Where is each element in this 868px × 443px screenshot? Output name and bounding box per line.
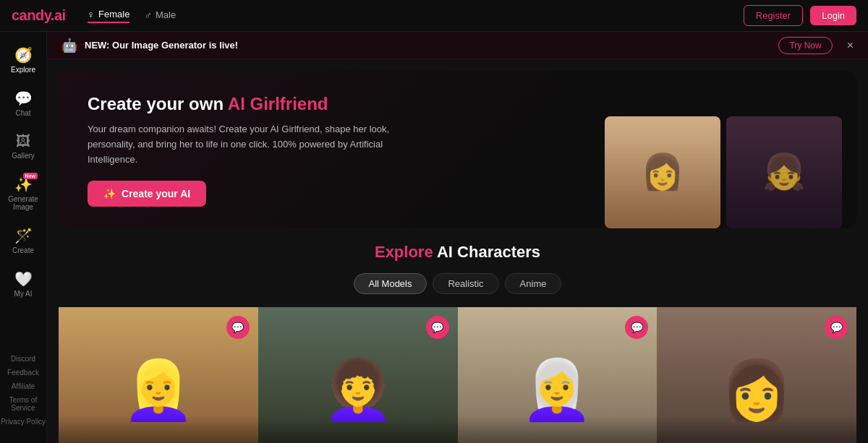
chat-icon: 💬 bbox=[14, 90, 33, 107]
register-button[interactable]: Register bbox=[744, 5, 803, 26]
privacy-link[interactable]: Privacy Policy bbox=[1, 415, 46, 429]
explore-title-highlight: Explore bbox=[375, 243, 433, 261]
filter-tabs: All Models Realistic Anime bbox=[59, 273, 856, 294]
logo-accent: .ai bbox=[51, 7, 66, 23]
asuna-chat-button[interactable]: 💬 bbox=[426, 316, 449, 339]
hero-figure-anime: 👧 bbox=[726, 116, 842, 228]
rebecca-figure: 👩‍🦳 bbox=[521, 356, 593, 424]
try-now-button[interactable]: Try Now bbox=[778, 37, 832, 54]
sidebar-bottom: Discord Feedback Affiliate Terms of Serv… bbox=[0, 352, 46, 436]
tab-male[interactable]: ♂ Male bbox=[144, 9, 176, 23]
create-icon-btn: ✨ bbox=[103, 188, 116, 199]
sidebar: 🧭 Explore 💬 Chat 🖼 Gallery New ✨ Generat… bbox=[0, 32, 47, 443]
login-button[interactable]: Login bbox=[810, 6, 856, 25]
create-label-btn: Create your AI bbox=[122, 188, 190, 199]
alexis-figure: 👱‍♀️ bbox=[122, 356, 195, 424]
explore-title-normal: AI Characters bbox=[437, 243, 540, 261]
logo-text: candy bbox=[12, 7, 51, 23]
discord-link[interactable]: Discord bbox=[11, 352, 35, 366]
female-label: Female bbox=[98, 9, 129, 20]
chat-label: Chat bbox=[15, 109, 30, 117]
explore-section: Explore AI Characters All Models Realist… bbox=[47, 228, 868, 443]
gallery-label: Gallery bbox=[12, 152, 35, 160]
alexis-chat-button[interactable]: 💬 bbox=[226, 316, 250, 339]
hero-title-highlight: AI Girlfriend bbox=[228, 94, 328, 113]
sidebar-item-generate[interactable]: New ✨ Generate Image bbox=[3, 168, 43, 218]
top-navigation: candy.ai ♀ Female ♂ Male Register Login bbox=[0, 0, 868, 32]
main-content: 🤖 NEW: Our Image Generator is live! Try … bbox=[47, 32, 868, 443]
gallery-icon: 🖼 bbox=[16, 133, 30, 150]
generate-label: Generate Image bbox=[8, 195, 38, 211]
asuna-figure: 👩‍🦱 bbox=[322, 356, 394, 424]
banner: 🤖 NEW: Our Image Generator is live! Try … bbox=[47, 32, 868, 59]
sidebar-item-create[interactable]: 🪄 Create bbox=[3, 220, 43, 262]
character-card-zoey[interactable]: 👩 💬 Zoey 21 years Trendy student and bar… bbox=[657, 307, 856, 443]
gender-tabs: ♀ Female ♂ Male bbox=[88, 9, 176, 23]
zoey-chat-button[interactable]: 💬 bbox=[825, 316, 848, 339]
character-card-rebecca[interactable]: 👩‍🦳 💬 Rebecca 51 years Active Yoga and f… bbox=[458, 307, 658, 443]
explore-icon: 🧭 bbox=[14, 46, 33, 64]
male-label: Male bbox=[156, 9, 176, 20]
hero-title: Create your own AI Girlfriend bbox=[88, 93, 391, 115]
hero-description: Your dream companion awaits! Create your… bbox=[88, 122, 391, 167]
filter-all[interactable]: All Models bbox=[354, 273, 427, 294]
affiliate-link[interactable]: Affiliate bbox=[12, 379, 35, 393]
myai-label: My AI bbox=[14, 290, 32, 298]
explore-label: Explore bbox=[11, 66, 35, 74]
tab-female[interactable]: ♀ Female bbox=[88, 9, 130, 23]
hero-figure-blonde: 👩 bbox=[605, 116, 720, 228]
feedback-link[interactable]: Feedback bbox=[7, 366, 39, 379]
new-badge: New bbox=[23, 173, 38, 179]
zoey-figure: 👩 bbox=[720, 356, 793, 424]
banner-icon: 🤖 bbox=[61, 38, 77, 53]
logo[interactable]: candy.ai bbox=[12, 7, 66, 24]
character-card-asuna[interactable]: 👩‍🦱 💬 Asuna 18 years Japanese waitress, … bbox=[258, 307, 458, 443]
hero-figure-blonde-body: 👩 bbox=[605, 116, 720, 228]
create-ai-button[interactable]: ✨ Create your AI bbox=[88, 181, 206, 207]
explore-title: Explore AI Characters bbox=[59, 243, 856, 262]
filter-realistic[interactable]: Realistic bbox=[433, 273, 498, 294]
hero-content: Create your own AI Girlfriend Your dream… bbox=[88, 93, 391, 207]
banner-text: NEW: Our Image Generator is live! bbox=[85, 40, 771, 51]
main-layout: 🧭 Explore 💬 Chat 🖼 Gallery New ✨ Generat… bbox=[0, 32, 868, 443]
filter-anime[interactable]: Anime bbox=[505, 273, 562, 294]
sidebar-item-chat[interactable]: 💬 Chat bbox=[3, 82, 43, 124]
hero-figure-anime-body: 👧 bbox=[726, 116, 842, 228]
female-icon: ♀ bbox=[88, 9, 95, 20]
create-label: Create bbox=[12, 246, 34, 254]
hero-title-normal: Create your own bbox=[88, 94, 228, 113]
sidebar-item-explore[interactable]: 🧭 Explore bbox=[3, 39, 43, 81]
sidebar-item-myai[interactable]: 🤍 My AI bbox=[3, 263, 43, 305]
banner-close-button[interactable]: × bbox=[847, 39, 854, 52]
hero-section: Create your own AI Girlfriend Your dream… bbox=[59, 71, 856, 228]
rebecca-chat-button[interactable]: 💬 bbox=[625, 316, 648, 339]
character-cards-grid: 👱‍♀️ 💬 Alexis 25 years Digital muse and … bbox=[59, 307, 856, 443]
tos-link[interactable]: Terms of Service bbox=[0, 393, 46, 415]
create-icon: 🪄 bbox=[14, 227, 33, 244]
myai-icon: 🤍 bbox=[14, 270, 33, 288]
nav-right: Register Login bbox=[744, 5, 856, 26]
hero-images: 👩 👧 bbox=[582, 71, 856, 228]
sidebar-item-gallery[interactable]: 🖼 Gallery bbox=[3, 126, 43, 167]
male-icon: ♂ bbox=[144, 9, 152, 21]
character-card-alexis[interactable]: 👱‍♀️ 💬 Alexis 25 years Digital muse and … bbox=[59, 307, 258, 443]
